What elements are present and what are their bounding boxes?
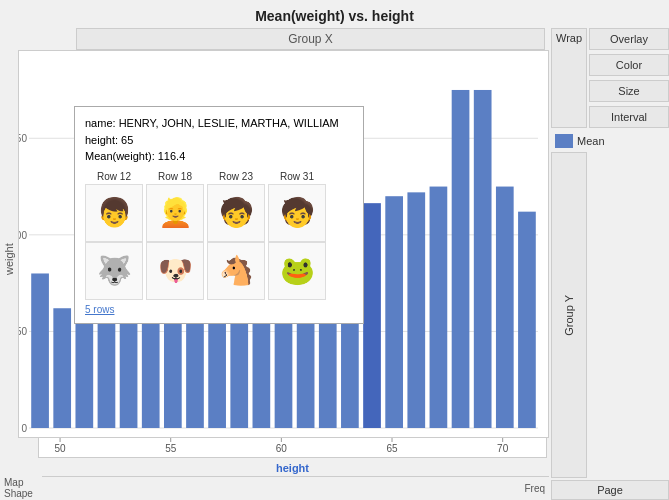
x-axis-label: height: [276, 462, 309, 474]
right-panel: Wrap Overlay Color Size Interval Mean Gr…: [551, 28, 669, 500]
chart-section: Group X weight 050100150 name: HENRY, JO…: [0, 28, 549, 500]
svg-text:100: 100: [19, 230, 27, 241]
tooltip-img-row23-1: 🧒: [207, 184, 265, 242]
svg-rect-11: [98, 312, 116, 428]
tooltip-col-3: Row 23 🧒 🐴: [207, 171, 265, 300]
tooltip: name: HENRY, JOHN, LESLIE, MARTHA, WILLI…: [74, 106, 364, 324]
group-y-label: Group Y: [563, 295, 575, 336]
tooltip-name: name: HENRY, JOHN, LESLIE, MARTHA, WILLI…: [85, 115, 353, 165]
svg-rect-17: [230, 312, 248, 428]
svg-rect-16: [208, 308, 226, 428]
svg-text:50: 50: [19, 326, 27, 337]
svg-rect-26: [430, 187, 448, 428]
svg-rect-23: [363, 203, 381, 428]
tooltip-img-row18-2: 🐶: [146, 242, 204, 300]
svg-rect-25: [407, 192, 425, 428]
group-x-bar[interactable]: Group X: [76, 28, 545, 50]
chart-title: Mean(weight) vs. height: [0, 0, 669, 28]
svg-text:70: 70: [497, 443, 509, 454]
svg-rect-8: [31, 273, 49, 428]
svg-rect-28: [474, 90, 492, 428]
svg-text:0: 0: [21, 423, 27, 434]
legend-area: Mean: [551, 130, 669, 152]
svg-rect-27: [452, 90, 470, 428]
svg-rect-29: [496, 187, 514, 428]
svg-rect-24: [385, 196, 403, 428]
rows-link[interactable]: 5 rows: [85, 304, 353, 315]
tooltip-img-row12-1: 👦: [85, 184, 143, 242]
chart-inner: weight 050100150 name: HENRY, JOHN, LESL…: [0, 50, 549, 438]
chart-plot-area: 050100150 name: HENRY, JOHN, LESLIE, MAR…: [18, 50, 549, 438]
wrap-button[interactable]: Wrap: [551, 28, 587, 128]
overlay-button[interactable]: Overlay: [589, 28, 669, 50]
svg-rect-30: [518, 212, 536, 428]
tooltip-col-2: Row 18 👱 🐶: [146, 171, 204, 300]
svg-text:60: 60: [276, 443, 288, 454]
y-axis-label: weight: [0, 50, 18, 438]
right-buttons: Overlay Color Size Interval: [589, 28, 669, 130]
tooltip-img-row31-1: 🧒: [268, 184, 326, 242]
freq-label[interactable]: Freq: [42, 476, 549, 500]
size-button[interactable]: Size: [589, 80, 669, 102]
x-axis-svg: 5055606570: [39, 438, 546, 458]
interval-button[interactable]: Interval: [589, 106, 669, 128]
page-button[interactable]: Page: [551, 480, 669, 500]
bottom-row: Map Shape Freq: [0, 476, 549, 500]
tooltip-img-row23-2: 🐴: [207, 242, 265, 300]
svg-rect-10: [75, 312, 93, 428]
svg-text:55: 55: [165, 443, 177, 454]
tooltip-image-grid: Row 12 👦 🐺 Row 18 👱 🐶 Row 23: [85, 171, 353, 300]
svg-rect-9: [53, 308, 71, 428]
tooltip-img-row12-2: 🐺: [85, 242, 143, 300]
map-shape-area: Map Shape: [0, 476, 42, 500]
legend-color-rect: [555, 134, 573, 148]
legend-label: Mean: [577, 135, 605, 147]
group-y-bar[interactable]: Group Y: [551, 152, 587, 478]
tooltip-img-row18-1: 👱: [146, 184, 204, 242]
svg-text:150: 150: [19, 133, 27, 144]
content-area: Group X weight 050100150 name: HENRY, JO…: [0, 28, 669, 500]
x-axis-ticks: 5055606570: [38, 438, 547, 458]
color-button[interactable]: Color: [589, 54, 669, 76]
tooltip-col-4: Row 31 🧒 🐸: [268, 171, 326, 300]
svg-text:65: 65: [386, 443, 398, 454]
svg-rect-15: [186, 312, 204, 428]
tooltip-img-row31-2: 🐸: [268, 242, 326, 300]
svg-rect-12: [120, 308, 138, 428]
svg-rect-14: [164, 312, 182, 428]
svg-text:50: 50: [55, 443, 67, 454]
main-container: Mean(weight) vs. height Group X weight 0…: [0, 0, 669, 500]
group-y-section: Group Y: [551, 152, 669, 478]
tooltip-col-1: Row 12 👦 🐺: [85, 171, 143, 300]
